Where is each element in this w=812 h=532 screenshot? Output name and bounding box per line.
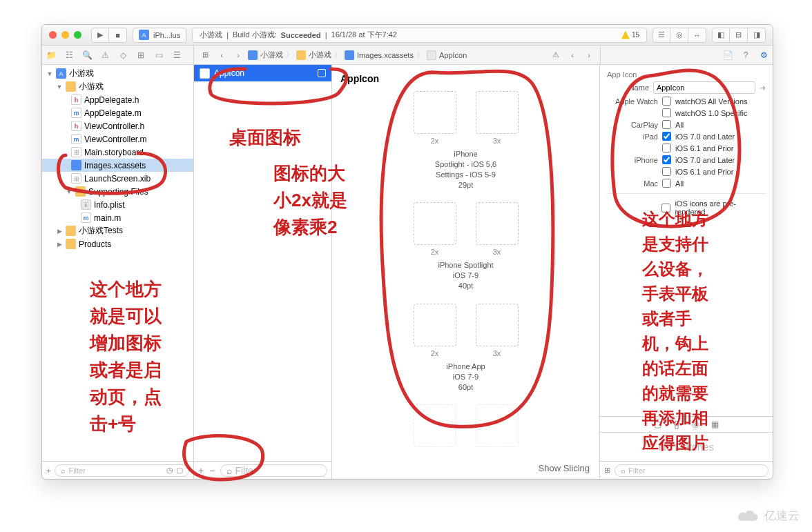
help-inspector-icon[interactable]: ? <box>737 46 755 64</box>
assetlist-filter[interactable]: ⌕ Filter <box>220 464 327 477</box>
file-inspector-icon[interactable]: 📄 <box>719 46 737 64</box>
tree-group-products[interactable]: ▶Products <box>42 237 193 250</box>
crumb-seg1[interactable]: 小游戏 <box>260 50 283 60</box>
toggle-debug-icon[interactable]: ⊟ <box>730 28 748 43</box>
image-well[interactable] <box>476 202 519 245</box>
crumb-next-icon[interactable]: › <box>582 48 596 62</box>
scale-label: 3x <box>476 137 519 145</box>
find-navigator-icon[interactable]: 🔍 <box>78 46 96 64</box>
applewatch-label: Apple Watch <box>607 97 658 106</box>
debug-navigator-icon[interactable]: ⊞ <box>132 46 150 64</box>
name-field[interactable] <box>653 81 755 94</box>
image-well[interactable] <box>414 91 456 134</box>
image-well[interactable] <box>476 91 519 134</box>
grid-icon[interactable]: ⊞ <box>604 466 610 475</box>
image-well[interactable] <box>476 304 519 346</box>
lib-tab-4[interactable]: ▦ <box>711 420 719 429</box>
asset-item-label: AppIcon <box>214 68 244 78</box>
run-button[interactable]: ▶ <box>91 28 109 43</box>
slot-caption: iPhone SpotlightiOS 7-940pt <box>340 260 591 291</box>
image-well[interactable] <box>414 202 456 245</box>
related-items-icon[interactable]: ⊞ <box>198 48 212 62</box>
version-editor-icon[interactable]: ↔ <box>688 28 706 43</box>
check-watchos-all[interactable] <box>662 97 671 106</box>
image-well[interactable] <box>414 304 456 346</box>
tree-file[interactable]: hAppDelegate.h <box>42 93 193 106</box>
report-navigator-icon[interactable]: ☰ <box>168 46 186 64</box>
symbol-navigator-icon[interactable]: ☷ <box>60 46 78 64</box>
crumb-seg3[interactable]: Images.xcassets <box>357 51 414 59</box>
tree-file[interactable]: mViewController.m <box>42 132 193 146</box>
warning-icon <box>621 31 630 39</box>
scope-icon[interactable]: ▢ <box>176 466 183 475</box>
warn-badge[interactable]: 15 <box>621 31 639 39</box>
assetlist-add[interactable]: + <box>198 465 204 476</box>
tree-file[interactable]: hViewController.h <box>42 119 193 132</box>
scale-label: 3x <box>476 349 519 357</box>
slot-caption: iPhone AppiOS 7-960pt <box>340 362 591 393</box>
tree-file-selected[interactable]: Images.xcassets <box>42 159 193 172</box>
scheme-target: iPh...lus <box>153 31 180 39</box>
traffic-lights <box>49 31 81 39</box>
minimize-icon[interactable] <box>61 31 69 39</box>
check-ipad-7[interactable] <box>662 132 671 141</box>
assetlist-remove[interactable]: − <box>209 465 215 476</box>
zoom-icon[interactable] <box>74 31 81 39</box>
crumb-seg2[interactable]: 小游戏 <box>309 50 331 60</box>
anno-devices: 这个地方是支持什么设备，手表平板或者手机，钩上的话左面的就需要再添加相应得图片 <box>642 207 708 455</box>
close-icon[interactable] <box>49 31 57 39</box>
attributes-inspector-icon[interactable]: ⚙ <box>755 46 773 64</box>
asset-item-appicon[interactable]: AppIcon <box>194 65 331 81</box>
project-navigator-icon[interactable]: 📁 <box>42 46 60 64</box>
crumb-seg4[interactable]: AppIcon <box>439 51 467 59</box>
library-filter[interactable]: ⌕ Filter <box>615 464 768 477</box>
stop-button[interactable]: ■ <box>109 28 127 43</box>
crumb-prev-icon[interactable]: ‹ <box>566 48 579 62</box>
tree-file[interactable]: ⊞LaunchScreen.xib <box>42 172 193 185</box>
check-iphone-7[interactable] <box>662 155 671 164</box>
image-well[interactable] <box>414 404 456 447</box>
ipad-label: iPad <box>607 132 658 141</box>
assistant-editor-icon[interactable]: ◎ <box>670 28 688 43</box>
back-button[interactable]: ‹ <box>215 48 229 62</box>
nav-filter[interactable]: ⌕ Filter ◷ ▢ <box>55 464 189 477</box>
chk-text: iOS 7.0 and Later <box>675 156 735 164</box>
arrow-icon[interactable]: ➜ <box>760 83 766 92</box>
toggle-inspector-icon[interactable]: ◨ <box>748 28 766 43</box>
check-carplay[interactable] <box>662 120 671 129</box>
check-watchos-10[interactable] <box>662 108 671 117</box>
tree-file[interactable]: mAppDelegate.m <box>42 106 193 119</box>
slot-caption: iPhoneSpotlight - iOS 5,6Settings - iOS … <box>340 149 591 190</box>
chk-text: All <box>675 121 684 129</box>
tree-group-tests[interactable]: ▶‎小游戏Tests <box>42 224 193 237</box>
show-slicing-button[interactable]: Show Slicing <box>539 463 590 473</box>
image-well[interactable] <box>476 404 519 447</box>
standard-editor-icon[interactable]: ☰ <box>652 28 670 43</box>
tree-file[interactable]: mmain.m <box>42 211 193 224</box>
chk-text: iOS 7.0 and Later <box>675 132 735 141</box>
build-prefix: Build 小游戏: <box>233 30 277 40</box>
test-navigator-icon[interactable]: ◇ <box>114 46 132 64</box>
navigator-tabbar: 📁 ☷ 🔍 ⚠ ◇ ⊞ ▭ ☰ ⊞ ‹ › 小游戏〉 小游戏〉 Images.x… <box>42 46 773 65</box>
check-ipad-6[interactable] <box>662 144 671 152</box>
scheme-selector[interactable]: A iPh...lus <box>133 28 186 43</box>
clock-icon[interactable]: ◷ <box>166 466 173 475</box>
check-iphone-6[interactable] <box>662 167 671 176</box>
appicon-item-icon <box>200 68 210 79</box>
issue-navigator-icon[interactable]: ⚠ <box>96 46 114 64</box>
check-mac[interactable] <box>662 179 671 188</box>
crumb-warning-icon[interactable]: ⚠ <box>549 48 563 62</box>
tree-file[interactable]: iInfo.plist <box>42 198 193 211</box>
chk-text: All <box>675 179 684 188</box>
add-button[interactable]: + <box>46 466 50 475</box>
tree-group[interactable]: ▼小游戏 <box>42 80 193 93</box>
tree-file[interactable]: ⊞Main.storyboard <box>42 146 193 159</box>
toggle-nav-icon[interactable]: ◧ <box>712 28 730 43</box>
canvas-title: AppIcon <box>340 73 591 84</box>
scale-label: 3x <box>476 248 519 256</box>
asset-indicator-icon <box>318 69 326 77</box>
breakpoint-navigator-icon[interactable]: ▭ <box>150 46 168 64</box>
forward-button[interactable]: › <box>231 48 245 62</box>
tree-project-root[interactable]: ▼A小游戏 <box>42 67 193 80</box>
tree-group-supporting[interactable]: ▼Supporting Files <box>42 185 193 198</box>
